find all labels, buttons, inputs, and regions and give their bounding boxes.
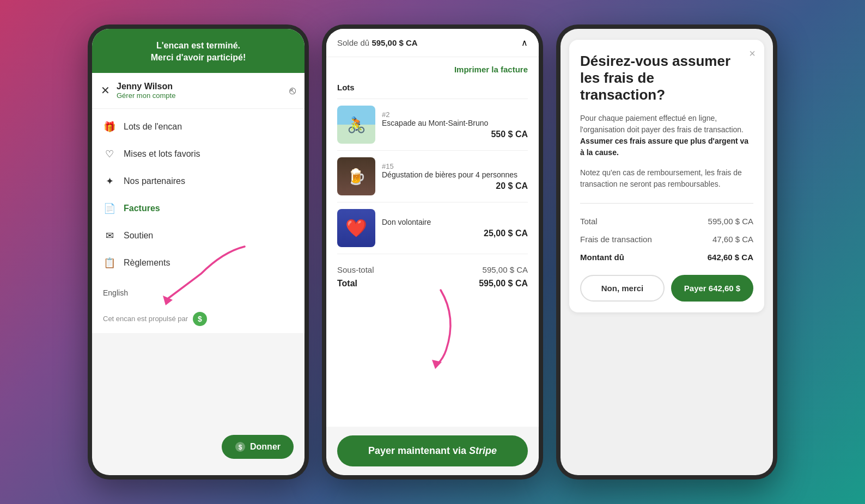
phone-screen-3: × Désirez-vous assumer les frais de tran… (561, 29, 773, 475)
bike-image: 🚴 (337, 106, 375, 144)
balance-display: Solde dû 595,00 $ CA (337, 38, 418, 48)
auction-end-title: L'encan est terminé. Merci d'avoir parti… (101, 40, 296, 64)
modal-title: Désirez-vous assumer les frais de transa… (580, 53, 753, 104)
lots-section-title: Lots (337, 78, 528, 99)
subtotal-label: Sous-total (337, 265, 374, 274)
no-thanks-button[interactable]: Non, merci (580, 275, 665, 302)
donation-name: Don volontaire (382, 218, 528, 226)
lot-item-donation: ❤️ Don volontaire 25,00 $ CA (337, 202, 528, 254)
modal-total-amount: 595,00 $ CA (708, 217, 753, 226)
modal-buttons: Non, merci Payer 642,60 $ (580, 275, 753, 302)
lot-2-name: Escapade au Mont-Saint-Bruno (382, 119, 528, 127)
phone-frame-2: Solde dû 595,00 $ CA ∧ Imprimer la factu… (322, 24, 543, 480)
modal-note: Notez qu'en cas de remboursement, les fr… (580, 167, 753, 190)
menu-item-invoices[interactable]: 📄 Factures (92, 195, 304, 222)
gift-icon: 🎁 (103, 121, 116, 133)
balance-header: Solde dû 595,00 $ CA ∧ (326, 29, 539, 57)
manage-account-link[interactable]: Gérer mon compte (117, 91, 283, 100)
menu-partners-label: Nos partenaires (124, 176, 185, 186)
footer-text: Cet encan est propulsé par (103, 315, 188, 323)
lot-15-name: Dégustation de bières pour 4 personnes (382, 170, 528, 179)
total-row: Total 595,00 $ CA (337, 276, 528, 291)
donation-info: Don volontaire 25,00 $ CA (382, 218, 528, 238)
support-icon: ✉ (103, 230, 116, 242)
print-invoice-button[interactable]: Imprimer la facture (337, 57, 528, 78)
main-menu: 🎁 Lots de l'encan ♡ Mises et lots favori… (92, 109, 304, 281)
partners-icon: ✦ (103, 175, 116, 187)
menu-item-lots[interactable]: 🎁 Lots de l'encan (92, 113, 304, 140)
menu-item-rules[interactable]: 📋 Règlements (92, 249, 304, 276)
menu-favorites-label: Mises et lots favoris (124, 149, 200, 159)
donation-image: ❤️ (337, 209, 375, 247)
modal-due-row: Montant dû 642,60 $ CA (580, 248, 753, 266)
modal-total-row: Total 595,00 $ CA (580, 212, 753, 230)
language-switcher[interactable]: English (92, 281, 304, 305)
menu-item-support[interactable]: ✉ Soutien (92, 222, 304, 249)
user-info: Jenny Wilson Gérer mon compte (117, 82, 283, 100)
stripe-label: Stripe (469, 445, 497, 456)
lot-item-2: 🚴 #2 Escapade au Mont-Saint-Bruno 550 $ … (337, 99, 528, 150)
menu-support-label: Soutien (124, 231, 153, 241)
phone-frame-1: L'encan est terminé. Merci d'avoir parti… (88, 24, 309, 480)
logout-icon[interactable]: ⎋ (289, 84, 296, 97)
phone-screen-2: Solde dû 595,00 $ CA ∧ Imprimer la factu… (326, 29, 539, 475)
subtotal-amount: 595,00 $ CA (483, 265, 528, 274)
lot-15-price: 20 $ CA (382, 181, 528, 191)
modal-divider (580, 203, 753, 204)
phone-screen-1: L'encan est terminé. Merci d'avoir parti… (92, 29, 304, 475)
invoice-icon: 📄 (103, 202, 116, 214)
transaction-fees-modal: × Désirez-vous assumer les frais de tran… (569, 40, 764, 312)
close-icon[interactable]: ✕ (101, 84, 110, 97)
menu-item-favorites[interactable]: ♡ Mises et lots favoris (92, 140, 304, 168)
invoice-content: Imprimer la facture Lots 🚴 #2 Escapade a… (326, 57, 539, 427)
lot-2-image: 🚴 (337, 106, 375, 144)
menu-item-partners[interactable]: ✦ Nos partenaires (92, 168, 304, 195)
user-row: ✕ Jenny Wilson Gérer mon compte ⎋ (92, 73, 304, 109)
modal-due-label: Montant dû (580, 253, 624, 262)
user-name: Jenny Wilson (117, 82, 283, 91)
modal-due-amount: 642,60 $ CA (708, 253, 753, 262)
svg-text:$: $ (198, 315, 202, 323)
menu-invoices-label: Factures (124, 204, 160, 213)
donation-price: 25,00 $ CA (382, 229, 528, 238)
auction-end-banner: L'encan est terminé. Merci d'avoir parti… (92, 29, 304, 73)
modal-description-bold: Assumer ces frais assure que plus d'arge… (580, 137, 748, 157)
svg-text:$: $ (239, 444, 242, 451)
subtotal-row: Sous-total 595,00 $ CA (337, 263, 528, 276)
menu-rules-label: Règlements (124, 258, 170, 268)
modal-description: Pour chaque paiement effectué en ligne, … (580, 113, 753, 158)
rules-icon: 📋 (103, 257, 116, 269)
modal-fees-label: Frais de transaction (580, 235, 652, 244)
pay-button-text-prefix: Payer maintenant via (368, 445, 469, 456)
modal-fees-row: Frais de transaction 47,60 $ CA (580, 230, 753, 248)
collapse-icon[interactable]: ∧ (521, 38, 528, 48)
lot-15-info: #15 Dégustation de bières pour 4 personn… (382, 162, 528, 191)
heart-icon: ♡ (103, 148, 116, 160)
logo-icon: $ (192, 311, 208, 327)
total-amount: 595,00 $ CA (479, 279, 528, 288)
powered-by-footer: Cet encan est propulsé par $ (92, 305, 304, 333)
modal-total-label: Total (580, 217, 598, 226)
lot-15-image: 🍺 (337, 157, 375, 195)
lot-2-info: #2 Escapade au Mont-Saint-Bruno 550 $ CA (382, 110, 528, 139)
language-label: English (103, 288, 128, 297)
lot-item-15: 🍺 #15 Dégustation de bières pour 4 perso… (337, 150, 528, 202)
totals-section: Sous-total 595,00 $ CA Total 595,00 $ CA (337, 254, 528, 299)
balance-label: Solde dû 595,00 $ CA (337, 38, 418, 47)
phone-frame-3: × Désirez-vous assumer les frais de tran… (556, 24, 777, 480)
menu-lots-label: Lots de l'encan (124, 122, 182, 132)
lot-2-price: 550 $ CA (382, 130, 528, 139)
donate-button[interactable]: $ Donner (222, 435, 294, 459)
balance-amount: 595,00 $ CA (371, 38, 417, 47)
pay-with-fees-button[interactable]: Payer 642,60 $ (671, 275, 753, 302)
donate-icon: $ (235, 441, 246, 452)
donate-label: Donner (250, 442, 281, 452)
pay-stripe-button[interactable]: Payer maintenant via Stripe (337, 435, 528, 466)
lot-2-number: #2 (382, 110, 528, 119)
modal-close-button[interactable]: × (749, 47, 756, 60)
beer-image: 🍺 (337, 157, 375, 195)
heart-image: ❤️ (337, 209, 375, 247)
total-label: Total (337, 279, 357, 288)
lot-15-number: #15 (382, 162, 528, 170)
modal-fees-amount: 47,60 $ CA (712, 235, 753, 244)
